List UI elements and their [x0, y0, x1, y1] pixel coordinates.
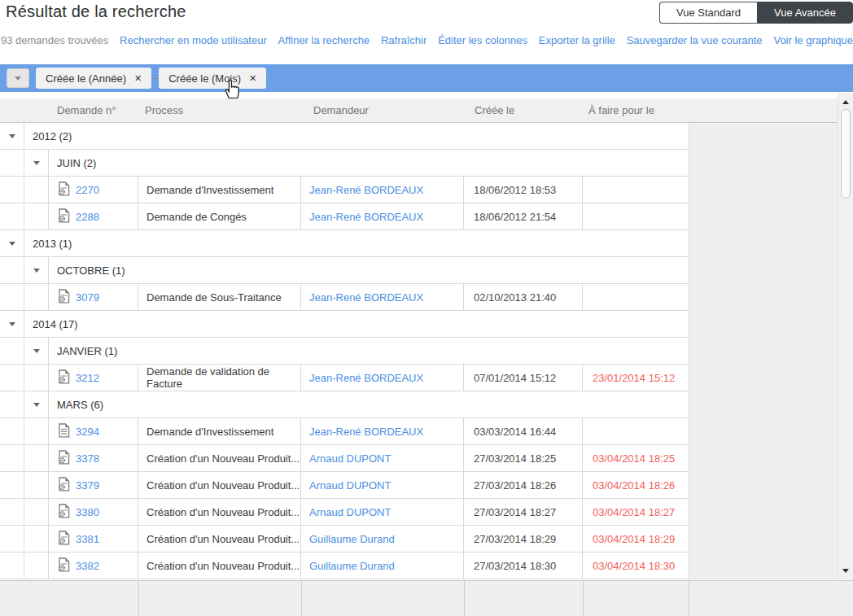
requester-link[interactable]: Guillaume Durand — [309, 533, 395, 545]
request-number-link[interactable]: 3380 — [76, 506, 99, 518]
requester-cell: Guillaume Durand — [301, 526, 464, 552]
grid-empty-area — [689, 123, 853, 580]
process-cell: Création d'un Nouveau Produit... — [138, 553, 301, 579]
scrollbar-thumb[interactable] — [841, 109, 851, 199]
column-header[interactable]: Process — [145, 104, 183, 116]
vertical-scrollbar[interactable] — [838, 93, 853, 580]
indent-cell — [0, 365, 24, 391]
due-date-cell — [583, 418, 689, 444]
requester-link[interactable]: Jean-René BORDEAUX — [309, 372, 423, 384]
column-header[interactable]: À faire pour le — [588, 104, 654, 116]
toolbar-link[interactable]: Rafraîchir — [381, 34, 426, 46]
request-number-link[interactable]: 3212 — [76, 372, 99, 384]
page-title: Résultat de la recherche — [6, 2, 186, 21]
request-number-link[interactable]: 2288 — [76, 211, 99, 223]
created-date-cell: 27/03/2014 18:30 — [464, 553, 583, 579]
group-chip[interactable]: Créée le (Année)✕ — [36, 68, 151, 89]
indent-cell — [24, 203, 49, 229]
requester-cell: Jean-René BORDEAUX — [301, 418, 464, 444]
indent-cell — [0, 445, 24, 471]
requester-link[interactable]: Jean-René BORDEAUX — [309, 211, 423, 223]
indent-cell — [24, 445, 49, 471]
indent-cell — [0, 150, 24, 176]
table-row: 3381Création d'un Nouveau Produit...Guil… — [0, 526, 689, 553]
toolbar-link[interactable]: Exporter la grille — [539, 34, 615, 46]
result-count: 93 demandes trouvées — [0, 34, 108, 46]
group-chip[interactable]: Créée le (Mois)✕ — [159, 68, 266, 89]
column-header[interactable]: Demandeur — [313, 104, 369, 116]
footer-divider — [301, 581, 302, 616]
requester-link[interactable]: Jean-René BORDEAUX — [309, 426, 423, 438]
requester-link[interactable]: Arnaud DUPONT — [309, 452, 391, 465]
created-date-cell: 03/03/2014 16:44 — [464, 418, 583, 444]
collapse-toggle[interactable] — [0, 123, 24, 149]
request-id-cell: 3378 — [49, 445, 138, 471]
grid-footer — [0, 580, 853, 616]
group-label: OCTOBRE (1) — [49, 257, 689, 283]
remove-group-icon[interactable]: ✕ — [249, 73, 256, 84]
collapse-toggle[interactable] — [24, 150, 49, 176]
group-label: JUIN (2) — [49, 150, 689, 176]
view-toggle: Vue Standard Vue Avancée — [659, 2, 853, 24]
table-row: 3294Demande d'InvestissementJean-René BO… — [0, 418, 689, 445]
toolbar-link[interactable]: Affiner la recherche — [278, 34, 370, 46]
collapse-toggle[interactable] — [0, 311, 24, 337]
process-cell: Demande d'Investissement — [138, 418, 301, 444]
request-document-icon — [58, 423, 70, 440]
group-options-button[interactable] — [7, 68, 29, 88]
requester-cell: Jean-René BORDEAUX — [301, 284, 464, 310]
footer-divider — [138, 581, 139, 616]
requester-cell: Guillaume Durand — [301, 553, 464, 579]
created-date-cell: 07/01/2014 15:12 — [464, 365, 583, 391]
collapse-toggle[interactable] — [0, 230, 24, 256]
process-cell: Demande de validation de Facture — [138, 365, 301, 391]
request-number-link[interactable]: 3379 — [76, 479, 99, 491]
column-header[interactable]: Créée le — [475, 104, 514, 116]
grid-body: 2012 (2)JUIN (2)2270Demande d'Investisse… — [0, 123, 689, 579]
chevron-down-icon — [9, 242, 15, 246]
toolbar-link[interactable]: Voir le graphique — [773, 34, 853, 46]
remove-group-icon[interactable]: ✕ — [134, 73, 142, 84]
request-document-icon — [58, 557, 70, 574]
toolbar-link[interactable]: Éditer les colonnes — [438, 34, 527, 46]
request-number-link[interactable]: 3294 — [76, 426, 99, 438]
toolbar-link[interactable]: Sauvegarder la vue courante — [627, 34, 763, 46]
created-date-cell: 27/03/2014 18:29 — [464, 526, 583, 552]
request-document-icon — [58, 181, 70, 199]
scroll-up-icon[interactable] — [842, 100, 849, 104]
requester-link[interactable]: Jean-René BORDEAUX — [309, 291, 423, 304]
requester-link[interactable]: Guillaume Durand — [309, 560, 395, 572]
request-number-link[interactable]: 3378 — [76, 452, 99, 465]
group-row: MARS (6) — [0, 391, 689, 418]
group-row: OCTOBRE (1) — [0, 257, 689, 284]
created-date-cell: 18/06/2012 21:54 — [464, 203, 583, 229]
request-number-link[interactable]: 2270 — [76, 184, 99, 196]
indent-cell — [24, 418, 49, 444]
column-header[interactable]: Demande n° — [57, 104, 116, 116]
process-cell: Demande d'Investissement — [138, 177, 301, 203]
request-id-cell: 2288 — [49, 203, 138, 229]
collapse-toggle[interactable] — [24, 338, 49, 364]
requester-cell: Jean-René BORDEAUX — [301, 365, 464, 391]
vue-standard-button[interactable]: Vue Standard — [659, 2, 757, 24]
requester-link[interactable]: Arnaud DUPONT — [309, 506, 391, 518]
request-document-icon — [58, 208, 70, 225]
requester-link[interactable]: Arnaud DUPONT — [309, 479, 391, 491]
vue-avancee-button[interactable]: Vue Avancée — [757, 2, 853, 24]
request-number-link[interactable]: 3382 — [76, 560, 99, 572]
requester-cell: Jean-René BORDEAUX — [301, 203, 464, 229]
due-date-cell — [583, 177, 689, 203]
indent-cell — [24, 526, 49, 552]
request-number-link[interactable]: 3381 — [76, 533, 99, 545]
scroll-down-icon[interactable] — [842, 569, 849, 573]
group-label: 2012 (2) — [24, 123, 689, 149]
chevron-down-icon — [33, 403, 40, 407]
toolbar-link[interactable]: Rechercher en mode utilisateur — [120, 34, 267, 46]
collapse-toggle[interactable] — [24, 391, 49, 417]
footer-divider — [583, 581, 584, 616]
indent-cell — [0, 526, 24, 552]
collapse-toggle[interactable] — [24, 257, 49, 283]
requester-link[interactable]: Jean-René BORDEAUX — [309, 184, 423, 196]
request-number-link[interactable]: 3079 — [76, 291, 99, 304]
created-date-cell: 27/03/2014 18:25 — [464, 445, 583, 471]
